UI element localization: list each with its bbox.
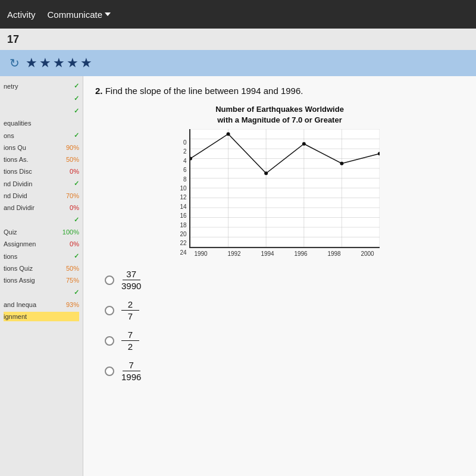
sidebar-item-label: ions Qu xyxy=(4,144,26,151)
sidebar-item[interactable]: ions Qu90% xyxy=(4,143,79,152)
sidebar-item-label: tions Quiz xyxy=(4,265,33,272)
sidebar-item-label: nd Divid xyxy=(4,192,27,199)
fraction-value: 27 xyxy=(121,299,139,321)
communicate-dropdown-arrow xyxy=(105,12,111,16)
x-axis-label: 2000 xyxy=(356,250,380,257)
x-axis-label: 1990 xyxy=(189,250,213,257)
svg-point-20 xyxy=(226,133,230,136)
y-axis-label: 16 xyxy=(180,211,186,220)
numerator: 2 xyxy=(121,299,139,311)
sidebar-item-label: netry xyxy=(4,83,18,90)
sidebar-item-label: tions xyxy=(4,253,17,260)
y-axis-label: 8 xyxy=(180,175,186,184)
denominator: 3990 xyxy=(121,280,141,291)
sidebar-item[interactable]: tions✓ xyxy=(4,251,79,261)
chart-svg xyxy=(189,129,380,248)
star-icon: ★ xyxy=(26,55,37,71)
question-text: Find the slope of the line between 1994 … xyxy=(105,86,303,96)
svg-point-24 xyxy=(378,152,380,156)
radio-button[interactable] xyxy=(105,336,114,346)
svg-point-22 xyxy=(302,142,305,146)
y-axis-label: 6 xyxy=(180,165,186,174)
sidebar: netry✓✓✓equalitiesons✓ions Qu90%tions As… xyxy=(0,76,83,476)
y-axis-labels: 242220181614121086420 xyxy=(180,138,186,257)
sidebar-item-status: 100% xyxy=(62,228,79,236)
sidebar-item[interactable]: tions As.50% xyxy=(4,155,79,164)
refresh-icon[interactable]: ↻ xyxy=(10,56,20,70)
svg-point-21 xyxy=(264,172,268,176)
sidebar-item[interactable]: tions Disc0% xyxy=(4,167,79,176)
numerator: 7 xyxy=(123,360,140,371)
answer-option-2[interactable]: 72 xyxy=(105,330,464,352)
numerator: 7 xyxy=(121,330,139,341)
answer-option-3[interactable]: 71996 xyxy=(105,360,464,382)
radio-button[interactable] xyxy=(105,275,114,285)
main-layout: netry✓✓✓equalitiesons✓ions Qu90%tions As… xyxy=(0,76,476,476)
answer-option-0[interactable]: 373990 xyxy=(105,269,464,291)
sidebar-item[interactable]: ✓ xyxy=(4,93,79,104)
sidebar-item-label: tions Disc xyxy=(4,168,32,175)
sidebar-item[interactable]: tions Assig75% xyxy=(4,275,79,285)
sidebar-item-label: Quiz xyxy=(4,228,17,236)
question-label: 2. Find the slope of the line between 19… xyxy=(95,86,464,96)
fraction-value: 71996 xyxy=(121,360,141,382)
content-area: 2. Find the slope of the line between 19… xyxy=(83,76,476,476)
denominator: 7 xyxy=(121,311,139,321)
y-axis-label: 2 xyxy=(180,148,186,156)
sidebar-item[interactable]: nd Dividin✓ xyxy=(4,178,79,189)
sidebar-item-status: 75% xyxy=(66,277,79,284)
fraction-value: 72 xyxy=(121,330,139,352)
sidebar-item-label: and Dividir xyxy=(4,204,35,211)
sidebar-item[interactable]: ✓ xyxy=(4,106,79,116)
sidebar-item-status: ✓ xyxy=(74,180,79,187)
sidebar-item[interactable]: and Dividir0% xyxy=(4,203,79,212)
activity-menu[interactable]: Activity xyxy=(7,10,36,20)
sidebar-item-status: 0% xyxy=(70,240,79,248)
svg-point-23 xyxy=(340,162,343,165)
chart-area: 242220181614121086420 199019921994199619… xyxy=(180,129,379,257)
sidebar-item[interactable]: tions Quiz50% xyxy=(4,264,79,273)
y-axis-label: 4 xyxy=(180,156,186,165)
sidebar-item[interactable]: ✓ xyxy=(4,215,79,225)
sidebar-item[interactable]: ignment xyxy=(4,312,79,321)
sidebar-item-status: 93% xyxy=(66,301,79,308)
sidebar-item[interactable]: Assignmen0% xyxy=(4,239,79,249)
chart-title: Number of Earthquakes Worldwide with a M… xyxy=(215,104,344,126)
sidebar-item[interactable]: netry✓ xyxy=(4,81,79,91)
radio-button[interactable] xyxy=(105,306,114,315)
star-icon: ★ xyxy=(80,55,92,71)
stars-container: ★★★★★ xyxy=(26,55,92,71)
y-axis-label: 20 xyxy=(180,230,186,239)
sidebar-item-status: ✓ xyxy=(74,95,79,102)
sidebar-item-status: 70% xyxy=(66,192,79,199)
y-axis-label: 24 xyxy=(180,248,186,257)
sidebar-item[interactable]: nd Divid70% xyxy=(4,191,79,201)
sidebar-item-status: ✓ xyxy=(74,131,79,139)
numerator: 37 xyxy=(123,269,140,280)
denominator: 1996 xyxy=(121,371,141,382)
sidebar-item-status: 50% xyxy=(66,156,79,163)
chart-container: Number of Earthquakes Worldwide with a M… xyxy=(95,104,464,257)
y-axis-label: 22 xyxy=(180,239,186,248)
y-axis-label: 18 xyxy=(180,221,186,230)
sidebar-item-label: equalities xyxy=(4,120,31,127)
sidebar-item[interactable]: ons✓ xyxy=(4,130,79,140)
answer-option-1[interactable]: 27 xyxy=(105,299,464,321)
communicate-menu[interactable]: Communicate xyxy=(48,10,111,20)
sidebar-item[interactable]: equalities xyxy=(4,118,79,128)
x-axis-label: 1998 xyxy=(322,250,346,257)
sidebar-item-label: tions Assig xyxy=(4,277,35,284)
y-axis-label: 0 xyxy=(180,138,186,147)
sidebar-item[interactable]: and Inequa93% xyxy=(4,300,79,309)
answer-options: 373990277271996 xyxy=(95,269,464,382)
y-axis-label: 14 xyxy=(180,202,186,211)
stars-bar: ↻ ★★★★★ xyxy=(0,50,476,76)
sidebar-item-status: 90% xyxy=(66,144,79,151)
sidebar-item[interactable]: Quiz100% xyxy=(4,227,79,237)
radio-button[interactable] xyxy=(105,367,114,376)
sidebar-item-status: 0% xyxy=(70,168,79,175)
sidebar-item-label: ons xyxy=(4,132,14,139)
page-number-row: 17 xyxy=(0,29,476,50)
sidebar-item-status: ✓ xyxy=(74,252,79,260)
sidebar-item[interactable]: ✓ xyxy=(4,287,79,298)
